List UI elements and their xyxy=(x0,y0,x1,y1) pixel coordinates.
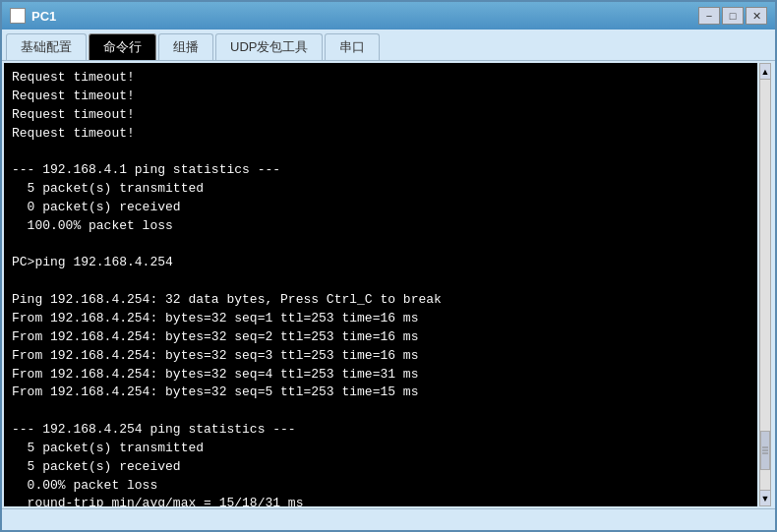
status-bar xyxy=(2,508,775,530)
scrollbar-thumb[interactable] xyxy=(760,431,770,470)
window-controls: − □ ✕ xyxy=(698,7,767,25)
scrollbar: ▲ ▼ xyxy=(757,63,773,506)
grip-line-2 xyxy=(762,450,768,451)
main-window: PC1 − □ ✕ 基础配置 命令行 组播 UDP发包工具 串口 Request… xyxy=(0,0,777,532)
maximize-button[interactable]: □ xyxy=(722,7,744,25)
grip-line-1 xyxy=(762,447,768,448)
terminal-output[interactable]: Request timeout! Request timeout! Reques… xyxy=(4,63,757,506)
terminal-wrapper: Request timeout! Request timeout! Reques… xyxy=(2,61,775,508)
tab-udp[interactable]: UDP发包工具 xyxy=(215,33,323,60)
minimize-button[interactable]: − xyxy=(698,7,720,25)
title-bar: PC1 − □ ✕ xyxy=(2,2,775,30)
scrollbar-thumb-area xyxy=(760,80,770,490)
scrollbar-up-button[interactable]: ▲ xyxy=(760,64,770,80)
scrollbar-track: ▲ ▼ xyxy=(759,63,771,506)
window-title: PC1 xyxy=(31,9,698,24)
tab-multicast[interactable]: 组播 xyxy=(158,33,213,60)
tab-serial[interactable]: 串口 xyxy=(325,33,380,60)
window-icon xyxy=(10,8,26,24)
tab-bar: 基础配置 命令行 组播 UDP发包工具 串口 xyxy=(2,30,775,60)
scrollbar-down-button[interactable]: ▼ xyxy=(760,490,770,505)
tab-cmd[interactable]: 命令行 xyxy=(89,33,156,60)
grip-line-3 xyxy=(762,453,768,454)
close-button[interactable]: ✕ xyxy=(746,7,767,25)
tab-basic[interactable]: 基础配置 xyxy=(6,33,87,60)
scrollbar-grip xyxy=(762,447,768,454)
